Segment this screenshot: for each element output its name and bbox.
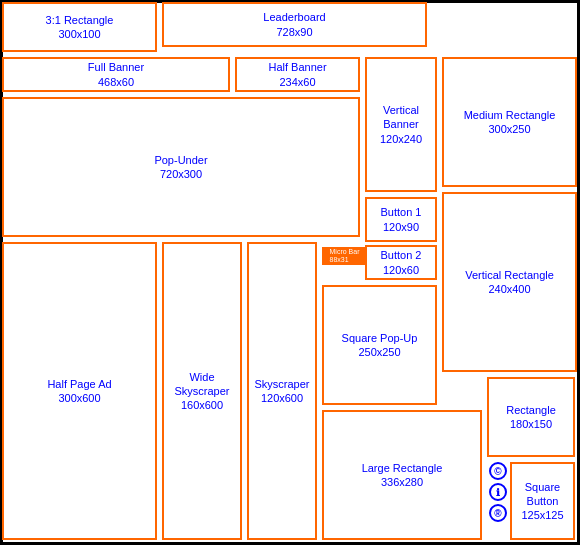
ad-unit-size-rect-3-1: 300x100 (58, 27, 100, 41)
ad-unit-square-popup: Square Pop-Up250x250 (322, 285, 437, 405)
ad-unit-name-button-2: Button 2 (381, 248, 422, 262)
ad-unit-name-button-1: Button 1 (381, 205, 422, 219)
ad-unit-size-vertical-banner: 120x240 (380, 132, 422, 146)
registered-icon: ® (489, 504, 507, 522)
ad-unit-size-vertical-rectangle: 240x400 (488, 282, 530, 296)
ad-unit-size-full-banner: 468x60 (98, 75, 134, 89)
ad-unit-medium-rectangle: Medium Rectangle300x250 (442, 57, 577, 187)
ad-unit-leaderboard: Leaderboard728x90 (162, 2, 427, 47)
ad-unit-pop-under: Pop-Under720x300 (2, 97, 360, 237)
ad-unit-name-half-banner: Half Banner (268, 60, 326, 74)
ad-unit-size-button-1: 120x90 (383, 220, 419, 234)
ad-unit-size-large-rectangle: 336x280 (381, 475, 423, 489)
ad-unit-name-pop-under: Pop-Under (154, 153, 207, 167)
ad-unit-button-2: Button 2120x60 (365, 245, 437, 280)
ad-unit-size-square-popup: 250x250 (358, 345, 400, 359)
ad-unit-name-rect-3-1: 3:1 Rectangle (46, 13, 114, 27)
ad-unit-name-vertical-banner: Vertical Banner (367, 103, 435, 132)
ad-unit-skyscraper: Skyscraper120x600 (247, 242, 317, 540)
ad-unit-large-rectangle: Large Rectangle336x280 (322, 410, 482, 540)
ad-unit-name-square-popup: Square Pop-Up (342, 331, 418, 345)
ad-unit-name-full-banner: Full Banner (88, 60, 144, 74)
ad-unit-size-pop-under: 720x300 (160, 167, 202, 181)
ad-unit-name-rectangle: Rectangle (506, 403, 556, 417)
ad-unit-size-leaderboard: 728x90 (276, 25, 312, 39)
ad-unit-size-skyscraper: 120x600 (261, 391, 303, 405)
ad-unit-size-square-button: 125x125 (521, 508, 563, 522)
ad-unit-half-page-ad: Half Page Ad300x600 (2, 242, 157, 540)
ad-unit-vertical-rectangle: Vertical Rectangle240x400 (442, 192, 577, 372)
ad-unit-size-half-page-ad: 300x600 (58, 391, 100, 405)
copyright-icon: © (489, 462, 507, 480)
ad-unit-full-banner: Full Banner468x60 (2, 57, 230, 92)
ad-unit-square-button: Square Button125x125 (510, 462, 575, 540)
ad-unit-name-medium-rectangle: Medium Rectangle (464, 108, 556, 122)
ad-unit-half-banner: Half Banner234x60 (235, 57, 360, 92)
info-icon: ℹ (489, 483, 507, 501)
icon-box: © ℹ ® (487, 462, 509, 522)
ad-unit-name-wide-skyscraper: Wide Skyscraper (164, 370, 240, 399)
ad-unit-size-half-banner: 234x60 (279, 75, 315, 89)
ad-unit-name-square-button: Square Button (512, 480, 573, 509)
ad-unit-size-medium-rectangle: 300x250 (488, 122, 530, 136)
micro-bar-size: 88x31 (330, 256, 360, 264)
ad-unit-name-skyscraper: Skyscraper (254, 377, 309, 391)
ad-unit-wide-skyscraper: Wide Skyscraper160x600 (162, 242, 242, 540)
micro-bar-unit: Micro Bar 88x31 (322, 247, 367, 265)
ad-unit-size-wide-skyscraper: 160x600 (181, 398, 223, 412)
ad-unit-vertical-banner: Vertical Banner120x240 (365, 57, 437, 192)
micro-bar-name: Micro Bar (330, 248, 360, 256)
ad-unit-rectangle: Rectangle180x150 (487, 377, 575, 457)
ad-unit-button-1: Button 1120x90 (365, 197, 437, 242)
ad-unit-rect-3-1: 3:1 Rectangle300x100 (2, 2, 157, 52)
ad-unit-name-large-rectangle: Large Rectangle (362, 461, 443, 475)
ad-unit-size-rectangle: 180x150 (510, 417, 552, 431)
ad-unit-name-leaderboard: Leaderboard (263, 10, 325, 24)
ad-unit-size-button-2: 120x60 (383, 263, 419, 277)
ad-unit-name-vertical-rectangle: Vertical Rectangle (465, 268, 554, 282)
ad-unit-name-half-page-ad: Half Page Ad (47, 377, 111, 391)
